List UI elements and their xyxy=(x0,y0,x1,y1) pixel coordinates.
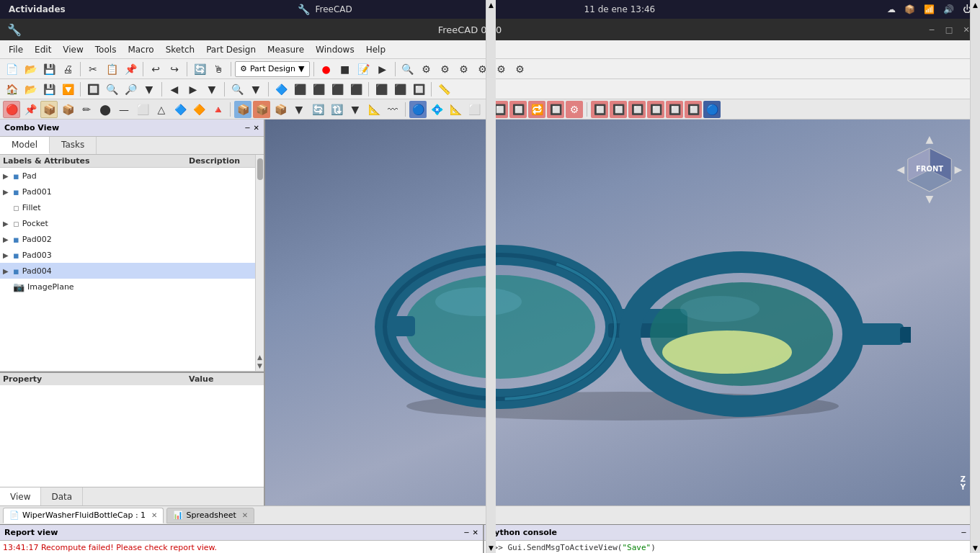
menu-item-file[interactable]: File xyxy=(3,43,29,56)
view-save[interactable]: 💾 xyxy=(40,81,58,98)
view-top[interactable]: ⬛ xyxy=(310,81,327,98)
view-section[interactable]: ⬛ xyxy=(391,81,409,98)
pd-dd1[interactable]: ▼ xyxy=(290,101,308,118)
report-close[interactable]: ✕ xyxy=(473,529,478,536)
pd-sweep[interactable]: 〰 xyxy=(384,101,401,118)
view-3d[interactable]: 🔷 xyxy=(272,81,290,98)
zoom-dd2[interactable]: ▼ xyxy=(247,81,264,98)
sketch-btn[interactable]: ✏ xyxy=(78,101,95,118)
pd-pad2[interactable]: 📦 xyxy=(253,101,270,118)
pd-datum[interactable]: 🔷 xyxy=(172,101,189,118)
tree-scrollbar[interactable]: ▲ ▼ xyxy=(255,155,264,371)
pd-polar[interactable]: 🔁 xyxy=(528,101,545,118)
pd-bool[interactable]: ⚙ xyxy=(566,101,583,118)
tool1[interactable]: 🔍 xyxy=(399,60,416,78)
pd-linear[interactable]: 🔲 xyxy=(509,101,527,118)
view-iso[interactable]: ⬛ xyxy=(373,81,390,98)
python-scrollbar[interactable]: ▲ ▼ xyxy=(970,0,980,553)
zoom-fit[interactable]: 🔲 xyxy=(84,81,102,98)
pd-chamfer[interactable]: 💠 xyxy=(428,101,445,118)
copy-button[interactable]: 📋 xyxy=(103,60,120,78)
view-dropdown[interactable]: 🔽 xyxy=(59,81,76,98)
cut-button[interactable]: ✂ xyxy=(84,60,102,78)
pd-datum2[interactable]: 🔶 xyxy=(190,101,208,118)
paste-button[interactable]: 📌 xyxy=(122,60,139,78)
menu-item-part design[interactable]: Part Design xyxy=(200,43,262,56)
view-front[interactable]: ⬛ xyxy=(291,81,308,98)
view-stereo[interactable]: 🔲 xyxy=(410,81,427,98)
pd-t3[interactable]: 📦 xyxy=(40,101,58,118)
zoom-in[interactable]: 🔍 xyxy=(103,81,120,98)
view-right[interactable]: ⬛ xyxy=(329,81,346,98)
tree-item-fillet[interactable]: ▶ ▫ Fillet xyxy=(0,199,264,215)
view-custom[interactable]: ⬛ xyxy=(347,81,365,98)
pd-extra3[interactable]: 🔲 xyxy=(628,101,646,118)
menu-item-measure[interactable]: Measure xyxy=(262,43,310,56)
nav-cube[interactable]: FRONT ▲ ▼ ◀ ▶ xyxy=(894,134,966,206)
combo-close-btn[interactable]: ✕ xyxy=(254,124,259,132)
tree-item-pad[interactable]: ▶ ▪ Pad xyxy=(0,168,264,184)
report-scrollbar[interactable]: ▲ ▼ xyxy=(486,0,496,553)
pd-rev[interactable]: 🔄 xyxy=(309,101,326,118)
pd-t2[interactable]: 📌 xyxy=(22,101,39,118)
spreadsheet-close[interactable]: ✕ xyxy=(242,511,248,519)
pd-thick[interactable]: ⬜ xyxy=(466,101,483,118)
pd-extra6[interactable]: 🔲 xyxy=(685,101,702,118)
tab-view[interactable]: View xyxy=(0,487,41,505)
pd-fillet[interactable]: 🔵 xyxy=(409,101,427,118)
combo-collapse-btn[interactable]: − xyxy=(244,124,250,132)
menu-item-windows[interactable]: Windows xyxy=(310,43,360,56)
pd-multi[interactable]: 🔲 xyxy=(547,101,564,118)
macro-edit-button[interactable]: 📝 xyxy=(355,60,373,78)
play-button[interactable]: ▶ xyxy=(374,60,391,78)
pd-ref3[interactable]: ⬜ xyxy=(134,101,151,118)
pd-loft[interactable]: 📐 xyxy=(365,101,383,118)
pd-extra7[interactable]: 🔵 xyxy=(703,101,721,118)
pointer-button[interactable]: 🖱 xyxy=(210,60,227,78)
tab-data[interactable]: Data xyxy=(41,487,83,505)
python-collapse[interactable]: − xyxy=(961,529,966,536)
stop-button[interactable]: ■ xyxy=(337,60,354,78)
pd-extra5[interactable]: 🔲 xyxy=(666,101,683,118)
pd-draft[interactable]: 📐 xyxy=(447,101,464,118)
refresh-button[interactable]: 🔄 xyxy=(191,60,208,78)
pd-ref2[interactable]: — xyxy=(115,101,133,118)
open-button[interactable]: 📂 xyxy=(22,60,39,78)
pd-datum3[interactable]: 🔺 xyxy=(209,101,226,118)
tool2[interactable]: ⚙ xyxy=(418,60,435,78)
menu-item-sketch[interactable]: Sketch xyxy=(160,43,200,56)
menu-item-help[interactable]: Help xyxy=(360,43,391,56)
workbench-dropdown[interactable]: ⚙ Part Design ▼ xyxy=(235,61,310,77)
menu-item-tools[interactable]: Tools xyxy=(89,43,122,56)
tool4[interactable]: ⚙ xyxy=(455,60,473,78)
record-button[interactable]: ● xyxy=(318,60,335,78)
viewport[interactable]: FRONT ▲ ▼ ◀ ▶ Z Y xyxy=(265,120,980,505)
menu-item-macro[interactable]: Macro xyxy=(122,43,159,56)
zoom2[interactable]: 🔍 xyxy=(228,81,246,98)
pd-t4[interactable]: 📦 xyxy=(59,101,76,118)
pd-extra4[interactable]: 🔲 xyxy=(647,101,664,118)
pd-groove[interactable]: 🔃 xyxy=(328,101,345,118)
maximize-button[interactable]: □ xyxy=(943,23,956,36)
view-home[interactable]: 🏠 xyxy=(3,81,20,98)
menu-item-edit[interactable]: Edit xyxy=(29,43,57,56)
tree-item-pad001[interactable]: ▶ ▪ Pad001 xyxy=(0,184,264,199)
tree-item-pad003[interactable]: ▶ ▪ Pad003 xyxy=(0,247,264,263)
pd-extra2[interactable]: 🔲 xyxy=(610,101,627,118)
tool3[interactable]: ⚙ xyxy=(437,60,454,78)
tree-item-imageplane[interactable]: ▶ 📷 ImagePlane xyxy=(0,279,264,295)
pd-ref4[interactable]: △ xyxy=(153,101,170,118)
tab-tasks[interactable]: Tasks xyxy=(50,137,97,154)
report-collapse[interactable]: − xyxy=(463,529,469,536)
print-button[interactable]: 🖨 xyxy=(59,60,76,78)
pd-pad[interactable]: 📦 xyxy=(234,101,251,118)
pd-ref1[interactable]: ⬤ xyxy=(97,101,114,118)
nav-fwd[interactable]: ▶ xyxy=(184,81,202,98)
ruler-icon[interactable]: 📏 xyxy=(435,81,453,98)
tree-item-pad002[interactable]: ▶ ▪ Pad002 xyxy=(0,231,264,247)
zoom-sel[interactable]: 🔎 xyxy=(122,81,139,98)
activities-label[interactable]: Actividades xyxy=(9,4,66,14)
view-open[interactable]: 📂 xyxy=(22,81,39,98)
pd-dd2[interactable]: ▼ xyxy=(347,101,364,118)
tree-item-pocket[interactable]: ▶ ▫ Pocket xyxy=(0,215,264,231)
